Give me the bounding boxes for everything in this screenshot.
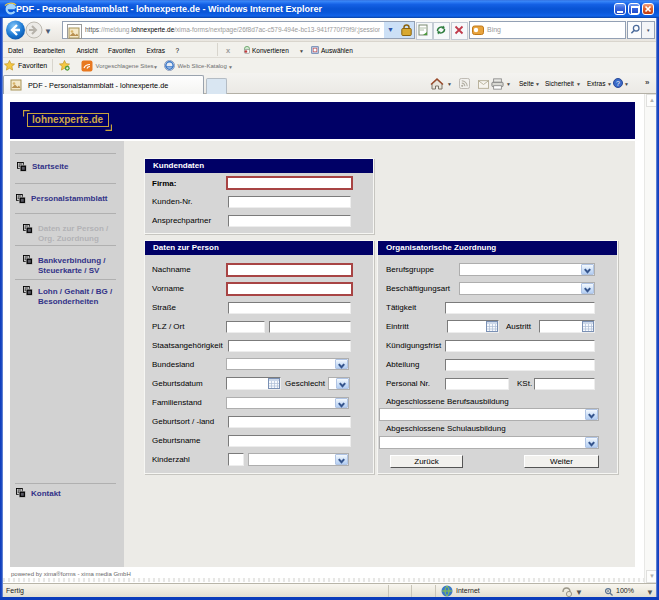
svg-text:?: ?: [616, 80, 620, 87]
